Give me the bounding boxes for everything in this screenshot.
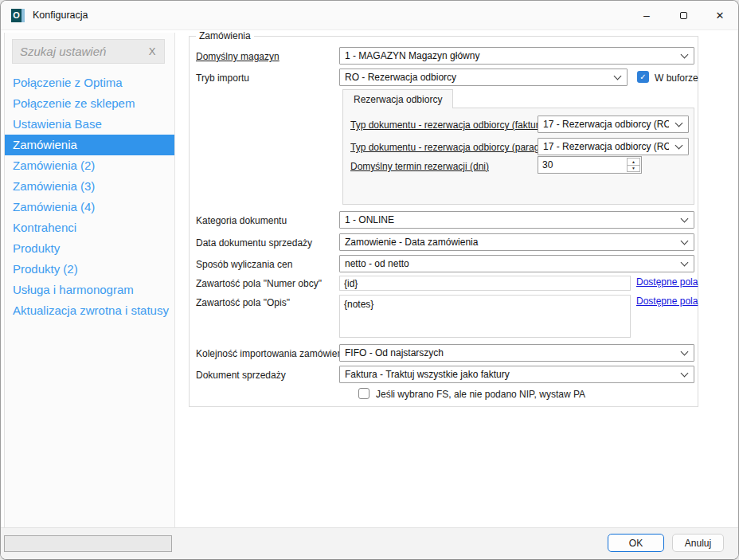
spin-down-icon[interactable]: ▼	[628, 166, 639, 172]
domyslny-termin-value: 30	[538, 157, 626, 173]
data-dokumentu-combobox[interactable]: Zamowienie - Data zamówienia	[339, 233, 694, 251]
configuration-dialog: O Konfiguracja – ✕ X Połączenie z Optima…	[0, 0, 739, 560]
dokument-sprzedazy-combobox[interactable]: Faktura - Traktuj wszystkie jako faktury	[339, 366, 694, 383]
numer-obcy-input[interactable]	[339, 276, 631, 291]
app-logo-letter: O	[11, 9, 22, 22]
maximize-button[interactable]	[665, 1, 702, 29]
close-icon: ✕	[716, 10, 725, 21]
tryb-importu-combobox[interactable]: RO - Rezerwacja odbiorcy	[339, 69, 628, 86]
typ-dokumentu-paragon-label[interactable]: Typ dokumentu - rezerwacja odbiorcy (par…	[350, 142, 553, 153]
typ-dokumentu-faktura-label[interactable]: Typ dokumentu - rezerwacja odbiorcy (fak…	[350, 119, 547, 131]
chevron-down-icon	[674, 241, 694, 244]
sposob-wyliczania-cen-label: Sposób wyliczania cen	[196, 259, 292, 270]
kategoria-dokumentu-label: Kategoria dokumentu	[196, 215, 287, 226]
settings-sidebar: X Połączenie z Optima Połączenie ze skle…	[4, 33, 175, 527]
fs-nip-label[interactable]: Jeśli wybrano FS, ale nie podano NIP, wy…	[376, 389, 585, 400]
sidebar-item-aktualizacja-zwrotna[interactable]: Aktualizacja zwrotna i statusy	[5, 300, 174, 321]
sidebar-item-produkty-2[interactable]: Produkty (2)	[5, 259, 174, 280]
window-controls: – ✕	[628, 1, 738, 29]
sposob-wyliczania-cen-combobox[interactable]: netto - od netto	[339, 255, 694, 272]
chevron-down-icon	[674, 352, 694, 354]
kategoria-dokumentu-combobox[interactable]: 1 - ONLINE	[339, 211, 694, 229]
typ-dokumentu-paragon-combobox[interactable]: 17 - Rezerwacja odbiorcy (RO	[538, 138, 689, 155]
app-logo-icon: O	[11, 9, 25, 22]
tryb-importu-label: Tryb importu	[196, 72, 249, 84]
search-clear-button[interactable]: X	[140, 45, 164, 57]
close-button[interactable]: ✕	[702, 1, 738, 29]
typ-dokumentu-paragon-value: 17 - Rezerwacja odbiorcy (RO	[538, 141, 669, 152]
w-buforze-checkbox[interactable]: ✓	[637, 71, 649, 83]
dostepne-pola-link-numer-obcy[interactable]: Dostępne pola	[636, 276, 698, 288]
sidebar-item-polaczenie-ze-sklepem[interactable]: Połączenie ze sklepem	[5, 93, 174, 114]
chevron-down-icon	[674, 55, 694, 57]
chevron-down-icon	[669, 146, 688, 148]
minimize-button[interactable]: –	[628, 1, 665, 29]
domyslny-termin-spinner[interactable]: 30 ▲ ▼	[538, 156, 642, 174]
w-buforze-label[interactable]: W buforze	[655, 72, 698, 84]
tab-rezerwacja-odbiorcy[interactable]: Rezerwacja odbiorcy	[342, 89, 453, 108]
cancel-button[interactable]: Anuluj	[672, 534, 724, 552]
opis-textarea[interactable]: {notes}	[339, 295, 631, 338]
sidebar-item-zamowienia-3[interactable]: Zamówienia (3)	[5, 176, 174, 197]
minimize-icon: –	[643, 10, 650, 21]
chevron-down-icon	[669, 123, 688, 126]
kolejnosc-importowania-combobox[interactable]: FIFO - Od najstarszych	[339, 344, 694, 362]
groupbox-title: Zamówienia	[196, 30, 254, 41]
app-logo-bar	[22, 9, 25, 22]
sidebar-item-usluga-i-harmonogram[interactable]: Usługa i harmonogram	[5, 280, 174, 300]
domyslny-magazyn-value: 1 - MAGAZYN Magazyn główny	[340, 50, 674, 61]
sidebar-item-kontrahenci[interactable]: Kontrahenci	[5, 217, 174, 238]
typ-dokumentu-faktura-combobox[interactable]: 17 - Rezerwacja odbiorcy (RO	[538, 116, 689, 133]
domyslny-magazyn-combobox[interactable]: 1 - MAGAZYN Magazyn główny	[339, 47, 694, 65]
data-dokumentu-label: Data dokumentu sprzedaży	[196, 237, 312, 249]
kategoria-dokumentu-value: 1 - ONLINE	[340, 214, 674, 225]
sidebar-item-polaczenie-z-optima[interactable]: Połączenie z Optima	[5, 72, 174, 93]
ok-button[interactable]: OK	[608, 534, 664, 552]
dokument-sprzedazy-value: Faktura - Traktuj wszystkie jako faktury	[340, 369, 674, 380]
kolejnosc-importowania-value: FIFO - Od najstarszych	[340, 347, 674, 358]
maximize-icon	[680, 12, 687, 19]
numer-obcy-label: Zawartość pola "Numer obcy"	[196, 278, 322, 289]
spinner-buttons: ▲ ▼	[627, 158, 640, 172]
domyslny-termin-label[interactable]: Domyślny termin rezerwacji (dni)	[350, 161, 489, 172]
zamowienia-groupbox: Zamówienia Domyślny magazyn 1 - MAGAZYN …	[189, 36, 698, 407]
data-dokumentu-value: Zamowienie - Data zamówienia	[340, 237, 674, 248]
chevron-down-icon	[674, 263, 694, 265]
sposob-wyliczania-cen-value: netto - od netto	[340, 258, 674, 269]
sidebar-item-produkty[interactable]: Produkty	[5, 238, 174, 259]
chevron-down-icon	[674, 374, 694, 376]
sidebar-item-zamowienia-2[interactable]: Zamówienia (2)	[5, 155, 174, 176]
window-title: Konfiguracja	[33, 10, 88, 21]
sidebar-item-zamowienia[interactable]: Zamówienia	[5, 135, 174, 155]
spin-up-icon[interactable]: ▲	[628, 159, 639, 166]
settings-nav: Połączenie z Optima Połączenie ze sklepe…	[5, 72, 174, 321]
opis-label: Zawartość pola "Opis"	[196, 297, 290, 308]
check-icon: ✓	[639, 72, 646, 81]
domyslny-magazyn-label[interactable]: Domyślny magazyn	[196, 51, 280, 62]
typ-dokumentu-faktura-value: 17 - Rezerwacja odbiorcy (RO	[538, 119, 669, 130]
search-input[interactable]	[13, 44, 140, 59]
dostepne-pola-link-opis[interactable]: Dostępne pola	[636, 296, 698, 307]
chevron-down-icon	[608, 76, 627, 79]
settings-search-box: X	[12, 39, 165, 64]
fs-nip-checkbox[interactable]	[358, 388, 370, 399]
title-bar: O Konfiguracja – ✕	[1, 1, 738, 30]
kolejnosc-importowania-label: Kolejność importowania zamówień	[196, 348, 342, 359]
sidebar-item-zamowienia-4[interactable]: Zamówienia (4)	[5, 197, 174, 217]
sidebar-bottom-panel	[4, 535, 172, 552]
rezerwacja-odbiorcy-tab-panel: Typ dokumentu - rezerwacja odbiorcy (fak…	[342, 108, 694, 205]
tryb-importu-value: RO - Rezerwacja odbiorcy	[340, 72, 608, 83]
sidebar-item-ustawienia-base[interactable]: Ustawienia Base	[5, 114, 174, 135]
tab-label: Rezerwacja odbiorcy	[354, 94, 442, 105]
dokument-sprzedazy-label: Dokument sprzedaży	[196, 370, 286, 381]
chevron-down-icon	[674, 219, 694, 221]
